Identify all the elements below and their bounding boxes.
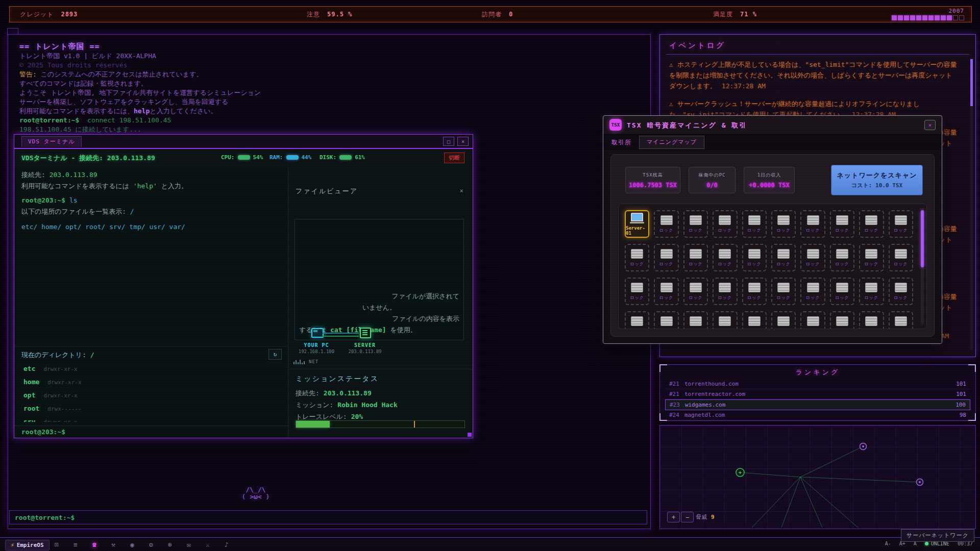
vds-command-input[interactable]: root@203:~$ [14, 425, 288, 437]
cpu-meter [238, 155, 250, 160]
vds-maximize-button[interactable]: □ [443, 137, 454, 146]
server-card-locked[interactable]: ロック [713, 278, 737, 305]
font-decrease-button[interactable]: A- [885, 541, 891, 546]
zoom-out-button[interactable]: − [681, 512, 694, 522]
directory-row[interactable]: etcdrwxr-xr-x [14, 362, 288, 375]
record-icon[interactable]: ◉ [127, 539, 138, 549]
main-command-input[interactable]: root@torrent:~$ [9, 510, 647, 524]
server-network-button[interactable]: サーバーネットワーク [901, 529, 974, 542]
scan-network-button[interactable]: ネットワークをスキャン コスト: 10.0 TSX [831, 165, 923, 195]
server-card-locked[interactable]: ロック [889, 210, 913, 238]
ranking-row[interactable]: #24magnetdl.com98 [665, 410, 970, 420]
server-card-locked[interactable]: ロック [830, 244, 854, 271]
os-label: EmpireOS [17, 542, 44, 548]
vds-close-button[interactable]: × [457, 137, 469, 146]
server-card-locked[interactable]: ロック [742, 210, 767, 238]
progress-square [910, 15, 915, 20]
server-card-locked[interactable]: ロック [742, 244, 767, 271]
scrollbar-thumb[interactable] [970, 59, 973, 106]
server-card-locked[interactable]: ロック [889, 244, 913, 271]
tsx-close-button[interactable]: × [924, 120, 936, 130]
tab-exchange[interactable]: 取引所 [611, 138, 631, 147]
locked-label: ロック [835, 228, 849, 233]
server-card-locked[interactable]: ロック [683, 244, 708, 271]
directory-row[interactable]: rootdrwx------ [14, 402, 288, 415]
server-card-locked[interactable]: ロック [742, 311, 767, 329]
server-card-locked[interactable]: ロック [830, 278, 854, 305]
server-card-locked[interactable]: ロック [771, 210, 796, 238]
tsx-titlebar[interactable]: TSX TSX 暗号資産マイニング & 取引 × [603, 116, 942, 135]
locked-label: ロック [659, 228, 674, 233]
server-card-locked[interactable]: ロック [771, 244, 796, 271]
server-card-locked[interactable]: ロック [771, 278, 796, 305]
directory-row[interactable]: homedrwxr-xr-x [14, 375, 288, 388]
server-card-locked[interactable]: ロック [654, 210, 678, 238]
resize-grip[interactable] [468, 433, 472, 437]
server-card-locked[interactable]: ロック [625, 311, 649, 329]
locked-label: ロック [835, 329, 849, 330]
visitors-stat: 訪問者0 [482, 10, 513, 19]
server-card-locked[interactable]: ロック [683, 278, 708, 305]
file-viewer-close-icon[interactable]: × [457, 187, 465, 195]
server-card-locked[interactable]: ロック [654, 244, 678, 271]
server-card-locked[interactable]: ロック [800, 278, 825, 305]
music-icon[interactable]: ♪ [221, 539, 232, 549]
server-card-locked[interactable]: ロック [625, 278, 649, 305]
phone-icon[interactable]: ☎ [89, 539, 100, 549]
clipboard-icon[interactable]: ≡ [70, 539, 81, 549]
server-card-locked[interactable]: ロック [800, 311, 825, 329]
graph-canvas[interactable]: + [660, 425, 974, 528]
server-card-locked[interactable]: ロック [683, 210, 708, 238]
server-card-locked[interactable]: ロック [771, 311, 796, 329]
file-browser: 現在のディレクトリ: / ↻ etcdrwxr-xr-xhomedrwxr-xr… [14, 346, 288, 422]
mail-icon[interactable]: ✉ [183, 539, 194, 549]
server-card-locked[interactable]: ロック [800, 244, 825, 271]
server-card-locked[interactable]: ロック [830, 311, 854, 329]
event-log-scrollbar[interactable] [970, 58, 973, 350]
server-card-locked[interactable]: ロック [800, 210, 825, 238]
server-card-locked[interactable]: ロック [889, 311, 913, 329]
connection-line [323, 333, 359, 334]
settings-icon[interactable]: ⚙ [145, 539, 157, 549]
network-icon[interactable]: ⊕ [164, 539, 176, 549]
trace-level-value: 20% [351, 413, 363, 420]
zoom-in-button[interactable]: + [667, 512, 680, 522]
locked-label: ロック [659, 329, 674, 330]
ranking-row[interactable]: #21torrenthound.com101 [665, 379, 970, 389]
directory-row[interactable]: srvdrwxr-xr-x [14, 415, 288, 422]
locked-label: ロック [776, 228, 791, 233]
ranking-row[interactable]: #23widgames.com100 [665, 399, 970, 410]
server-card-locked[interactable]: ロック [654, 311, 678, 329]
tools-icon[interactable]: ⚒ [108, 539, 119, 549]
ranking-row[interactable]: #21torrentreactor.com101 [665, 389, 970, 399]
credits-stat: クレジット2893 [20, 10, 78, 19]
server-card-locked[interactable]: ロック [889, 278, 913, 305]
server-card-locked[interactable]: ロック [859, 210, 884, 238]
server-card-locked[interactable]: ロック [859, 311, 884, 329]
refresh-icon[interactable]: ↻ [268, 349, 282, 360]
server-card-locked[interactable]: ロック [683, 311, 708, 329]
server-card-locked[interactable]: ロック [625, 244, 649, 271]
scrollbar-thumb[interactable] [921, 210, 924, 267]
server-card-active[interactable]: Server-01 [625, 210, 649, 238]
tab-mining-map[interactable]: マイニングマップ [639, 136, 704, 149]
server-card-locked[interactable]: ロック [742, 278, 767, 305]
server-card-locked[interactable]: ロック [830, 210, 854, 238]
vds-tab[interactable]: VDS ターミナル [21, 136, 82, 147]
combat-icon[interactable]: ⚔ [202, 539, 213, 549]
server-card-locked[interactable]: ロック [713, 210, 737, 238]
vds-titlebar[interactable]: VDS ターミナル □ × [14, 135, 473, 149]
directory-row[interactable]: optdrwxr-xr-x [14, 388, 288, 402]
disconnect-button[interactable]: 切断 [444, 153, 464, 163]
server-card-locked[interactable]: ロック [859, 244, 884, 271]
server-card-locked[interactable]: ロック [654, 278, 678, 305]
ram-label: RAM: [270, 154, 283, 161]
server-card-locked[interactable]: ロック [713, 311, 737, 329]
display-icon[interactable]: ⊡ [51, 539, 62, 549]
grid-scrollbar[interactable] [921, 208, 924, 324]
progress-square [898, 15, 903, 20]
locked-server-icon [690, 249, 702, 259]
server-card-locked[interactable]: ロック [859, 278, 884, 305]
os-menu-button[interactable]: ⚡ EmpireOS [5, 540, 50, 550]
server-card-locked[interactable]: ロック [713, 244, 737, 271]
